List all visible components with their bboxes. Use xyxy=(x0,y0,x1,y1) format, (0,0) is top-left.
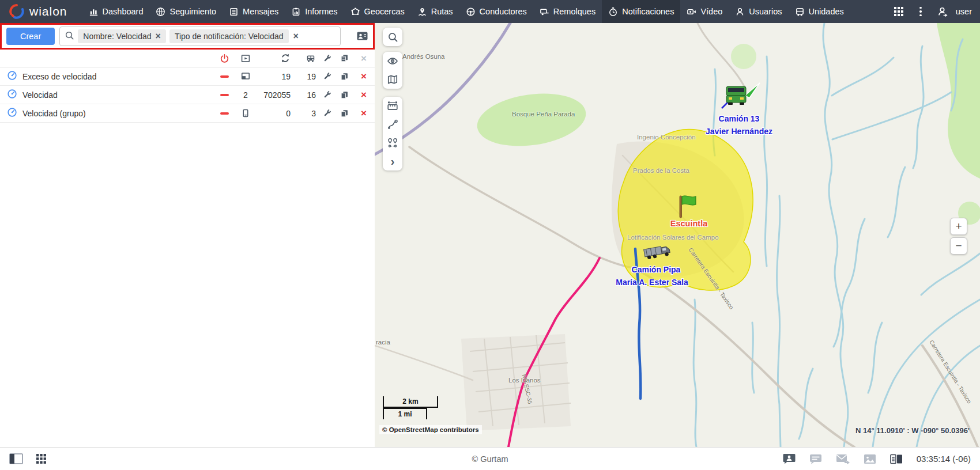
geofence-name-label: Escuintla xyxy=(670,219,707,228)
globe-icon xyxy=(156,7,165,17)
top-navigation-bar: wialon Dashboard Seguimiento Mensajes In… xyxy=(0,0,980,23)
map-area[interactable]: Andrés Osuna Bosque Peña Parada Ingenio … xyxy=(375,23,980,447)
triggered-count: 19 xyxy=(281,72,291,81)
unit-marker-camion-pipa[interactable] xyxy=(641,239,674,267)
activation-toggle[interactable] xyxy=(214,94,234,96)
map-pin-icon xyxy=(417,7,427,17)
create-button[interactable]: Crear xyxy=(6,28,55,45)
filter-chip-label: Tipo de notificación: Velocidad xyxy=(175,32,284,41)
unit-icon[interactable] xyxy=(293,54,318,63)
bottom-status-bar: © Gurtam 03:35:14 (-06) xyxy=(0,447,980,470)
notification-name: Velocidad xyxy=(22,90,58,100)
online-contacts-icon[interactable] xyxy=(783,453,796,464)
nav-item-conductores[interactable]: Conductores xyxy=(459,0,533,23)
delivery-count: 2 xyxy=(243,90,248,100)
map-layers-icon[interactable] xyxy=(383,70,402,89)
wrench-icon[interactable] xyxy=(318,90,336,99)
table-row[interactable]: Velocidad (grupo) 0 3 × xyxy=(0,104,375,123)
place-label: Bosque Peña Parada xyxy=(512,111,575,117)
nav-item-label: Conductores xyxy=(480,7,527,16)
table-header-row: × xyxy=(0,50,375,67)
person-icon xyxy=(735,7,745,17)
activation-toggle[interactable] xyxy=(214,75,234,78)
activation-toggle[interactable] xyxy=(214,112,234,115)
expand-tools-chevron-icon[interactable]: › xyxy=(383,152,402,170)
nav-item-remolques[interactable]: Remolques xyxy=(533,0,602,23)
toggle-left-panel-icon[interactable] xyxy=(9,453,23,464)
document-lines-icon xyxy=(229,7,239,17)
trailer-icon xyxy=(540,7,549,17)
current-time-label: 03:35:14 (-06) xyxy=(917,454,971,464)
wrench-icon[interactable] xyxy=(318,72,336,81)
place-label: Ingenio Concepción xyxy=(637,134,696,141)
wrench-icon[interactable] xyxy=(318,54,336,63)
map-tools-visibility xyxy=(383,52,402,89)
nav-item-informes[interactable]: Informes xyxy=(285,0,344,23)
wialon-logo[interactable]: wialon xyxy=(0,0,82,23)
unit-marker-camion-13[interactable] xyxy=(721,82,763,113)
nav-item-label: Notificaciones xyxy=(622,7,674,16)
filter-close-icon[interactable]: × xyxy=(293,32,299,41)
user-account-icon[interactable] xyxy=(933,0,952,23)
zoom-out-button[interactable]: − xyxy=(950,237,967,255)
delete-icon[interactable]: × xyxy=(361,108,367,118)
chat-messages-icon[interactable] xyxy=(809,454,822,464)
delete-icon[interactable]: × xyxy=(361,90,367,100)
nav-item-rutas[interactable]: Rutas xyxy=(411,0,459,23)
osm-attribution[interactable]: © OpenStreetMap contributors xyxy=(379,425,482,434)
apps-grid-icon[interactable] xyxy=(889,0,909,23)
delete-icon[interactable]: × xyxy=(361,71,367,81)
address-book-icon[interactable] xyxy=(356,31,368,41)
nav-item-unidades[interactable]: Unidades xyxy=(789,0,850,23)
search-filter-box[interactable]: Nombre: Velocidad × Tipo de notificación… xyxy=(59,26,341,46)
nav-item-mensajes[interactable]: Mensajes xyxy=(223,0,285,23)
refresh-icon[interactable] xyxy=(257,53,293,63)
copy-icon[interactable] xyxy=(336,54,353,63)
driver-name-label: Javier Hernández xyxy=(706,127,772,136)
place-label: Prados de la Costa xyxy=(633,167,689,174)
geofence-flag-icon[interactable] xyxy=(676,194,699,222)
speedometer-icon xyxy=(7,107,17,119)
table-row[interactable]: Exceso de velocidad 19 19 × xyxy=(0,67,375,86)
nav-item-notificaciones[interactable]: Notificaciones xyxy=(602,0,680,23)
nav-item-video[interactable]: Vídeo xyxy=(680,0,729,23)
nav-item-label: Unidades xyxy=(809,7,844,16)
copy-icon[interactable] xyxy=(336,90,353,100)
place-label: racia xyxy=(376,339,390,346)
bottom-apps-grid-icon[interactable] xyxy=(36,453,47,464)
driver-name-label: María A. Ester Sala xyxy=(616,278,688,287)
layout-columns-icon[interactable] xyxy=(890,454,903,464)
route-track-icon[interactable] xyxy=(383,115,402,134)
media-gallery-icon[interactable] xyxy=(864,454,876,464)
nav-item-label: Dashboard xyxy=(103,7,144,16)
map-search-icon[interactable] xyxy=(383,28,402,46)
copy-icon[interactable] xyxy=(336,72,353,81)
map-tools-measure: › xyxy=(383,97,402,170)
ruler-distance-icon[interactable] xyxy=(383,97,402,115)
zoom-in-button[interactable]: + xyxy=(950,218,967,235)
wrench-icon[interactable] xyxy=(318,109,336,117)
bar-chart-icon xyxy=(89,7,99,17)
table-row[interactable]: Velocidad 2 702055 16 × xyxy=(0,86,375,104)
filter-chip-name[interactable]: Nombre: Velocidad × xyxy=(78,29,166,43)
filter-chip-type[interactable]: Tipo de notificación: Velocidad xyxy=(169,29,289,43)
nav-item-label: Mensajes xyxy=(243,7,278,16)
nav-item-seguimiento[interactable]: Seguimiento xyxy=(149,0,223,23)
kebab-menu-icon[interactable] xyxy=(911,0,930,23)
execute-window-icon[interactable] xyxy=(234,54,257,63)
nav-item-label: Rutas xyxy=(431,7,453,16)
triggered-count: 702055 xyxy=(263,90,291,100)
visibility-eye-icon[interactable] xyxy=(383,52,402,70)
speedometer-icon xyxy=(7,70,17,82)
filter-chip-label: Nombre: Velocidad xyxy=(83,32,151,41)
geofence-pins-icon[interactable] xyxy=(383,134,402,152)
nav-item-dashboard[interactable]: Dashboard xyxy=(82,0,150,23)
close-all-icon[interactable]: × xyxy=(361,54,367,63)
power-icon[interactable] xyxy=(214,54,234,63)
nav-item-usuarios[interactable]: Usuarios xyxy=(729,0,788,23)
mail-requests-icon[interactable] xyxy=(836,454,850,464)
nav-item-geocercas[interactable]: Geocercas xyxy=(344,0,411,23)
chip-close-icon[interactable]: × xyxy=(156,32,161,41)
copy-icon[interactable] xyxy=(336,109,353,118)
nav-item-label: Usuarios xyxy=(749,7,782,16)
